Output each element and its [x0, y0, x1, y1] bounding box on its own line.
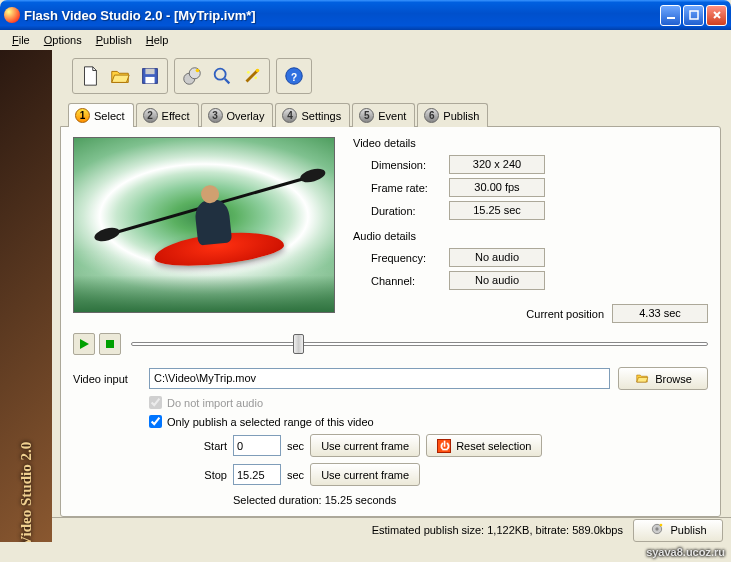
video-input-label: Video input [73, 373, 141, 385]
video-preview[interactable] [73, 137, 335, 313]
close-button[interactable] [706, 5, 727, 26]
estimate-text: Estimated publish size: 1,122KB, bitrate… [372, 524, 623, 536]
menu-options[interactable]: Options [38, 32, 88, 48]
stop-button[interactable] [99, 333, 121, 355]
select-panel: Video details Dimension:320 x 240 Frame … [60, 126, 721, 517]
publish-button[interactable]: Publish [633, 519, 723, 542]
preview-button[interactable] [207, 61, 237, 91]
svg-point-11 [254, 76, 257, 79]
use-frame-start-button[interactable]: Use current frame [310, 434, 420, 457]
audio-details-heading: Audio details [353, 230, 708, 242]
dimension-value: 320 x 240 [449, 155, 545, 174]
toolbar: ? [60, 54, 721, 102]
channel-value: No audio [449, 271, 545, 290]
no-audio-checkbox [149, 396, 162, 409]
use-frame-stop-button[interactable]: Use current frame [310, 463, 420, 486]
help-button[interactable]: ? [279, 61, 309, 91]
range-only-checkbox[interactable] [149, 415, 162, 428]
range-only-checkbox-row[interactable]: Only publish a selected range of this vi… [149, 415, 708, 428]
sidebar-brand: Flash Video Studio 2.0 [0, 50, 52, 542]
wizard-button[interactable] [237, 61, 267, 91]
svg-rect-4 [145, 77, 154, 83]
video-details-heading: Video details [353, 137, 708, 149]
menu-file[interactable]: File [6, 32, 36, 48]
titlebar: Flash Video Studio 2.0 - [MyTrip.ivm*] [0, 0, 731, 30]
watermark: syava8.ucoz.ru [646, 546, 725, 558]
svg-rect-0 [667, 17, 675, 19]
power-icon: ⏻ [437, 439, 451, 453]
settings-button[interactable] [177, 61, 207, 91]
svg-point-17 [660, 524, 663, 527]
no-audio-checkbox-row: Do not import audio [149, 396, 708, 409]
svg-point-9 [256, 69, 260, 73]
start-input[interactable] [233, 435, 281, 456]
menubar: File Options Publish Help [0, 30, 731, 50]
gear-icon [649, 521, 665, 539]
stop-input[interactable] [233, 464, 281, 485]
svg-text:?: ? [291, 72, 297, 83]
slider-thumb[interactable] [293, 334, 304, 354]
svg-rect-14 [106, 340, 114, 348]
duration-value: 15.25 sec [449, 201, 545, 220]
tab-publish[interactable]: 6Publish [417, 103, 488, 127]
video-input-field[interactable]: C:\Video\MyTrip.mov [149, 368, 610, 389]
current-position-value: 4.33 sec [612, 304, 708, 323]
svg-point-7 [196, 69, 200, 73]
tab-bar: 1Select 2Effect 3Overlay 4Settings 5Even… [68, 103, 721, 127]
reset-selection-button[interactable]: ⏻Reset selection [426, 434, 542, 457]
browse-button[interactable]: Browse [618, 367, 708, 390]
open-button[interactable] [105, 61, 135, 91]
framerate-value: 30.00 fps [449, 178, 545, 197]
minimize-button[interactable] [660, 5, 681, 26]
svg-rect-1 [690, 11, 698, 19]
window-title: Flash Video Studio 2.0 - [MyTrip.ivm*] [24, 8, 660, 23]
app-icon [4, 7, 20, 23]
menu-publish[interactable]: Publish [90, 32, 138, 48]
svg-point-16 [656, 527, 659, 530]
tab-effect[interactable]: 2Effect [136, 103, 199, 127]
position-slider[interactable] [131, 333, 708, 355]
new-button[interactable] [75, 61, 105, 91]
statusbar: Estimated publish size: 1,122KB, bitrate… [50, 517, 731, 542]
svg-point-10 [247, 71, 250, 74]
frequency-value: No audio [449, 248, 545, 267]
folder-open-icon [634, 371, 650, 387]
svg-rect-3 [145, 69, 154, 75]
selected-duration: Selected duration: 15.25 seconds [233, 494, 708, 506]
tab-event[interactable]: 5Event [352, 103, 415, 127]
tab-select[interactable]: 1Select [68, 103, 134, 127]
menu-help[interactable]: Help [140, 32, 175, 48]
play-button[interactable] [73, 333, 95, 355]
save-button[interactable] [135, 61, 165, 91]
tab-overlay[interactable]: 3Overlay [201, 103, 274, 127]
svg-point-8 [215, 69, 226, 80]
maximize-button[interactable] [683, 5, 704, 26]
tab-settings[interactable]: 4Settings [275, 103, 350, 127]
